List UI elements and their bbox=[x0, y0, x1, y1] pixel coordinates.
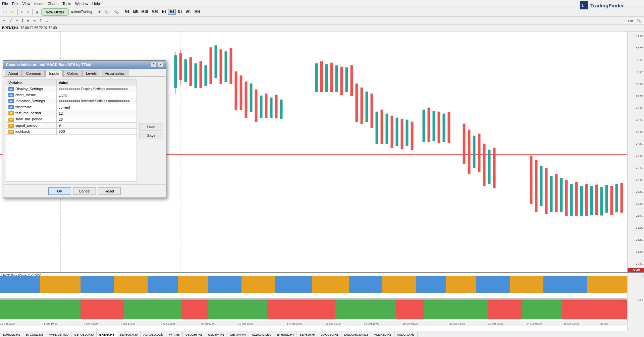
dialog-close-btn[interactable]: × bbox=[158, 62, 163, 67]
redo-btn[interactable]: ↪ bbox=[25, 8, 31, 16]
tf-m15[interactable]: M15 bbox=[140, 9, 150, 15]
tab-sp500-m30[interactable]: S&P500,M30 bbox=[117, 331, 141, 337]
menu-view[interactable]: View bbox=[22, 2, 31, 6]
price-7800: 78.00 bbox=[636, 130, 643, 134]
cancel-button[interactable]: Cancel bbox=[73, 187, 96, 195]
macd-zero-val: 0.00 bbox=[638, 298, 643, 301]
tab-about[interactable]: About bbox=[5, 70, 22, 76]
hline-tool[interactable]: ─ bbox=[14, 17, 20, 24]
period-separator[interactable]: Per bbox=[627, 17, 635, 24]
rect-tool[interactable]: □ bbox=[44, 17, 50, 24]
reset-button[interactable]: Reset bbox=[98, 187, 121, 195]
save-button[interactable]: Save bbox=[140, 132, 163, 139]
menu-bar: File Edit View Insert Charts Tools Windo… bbox=[0, 0, 644, 7]
tab-adausd[interactable]: ADAUSD,Daily bbox=[141, 331, 166, 337]
svg-rect-16 bbox=[225, 52, 227, 82]
crosshair-btn[interactable]: ✛ bbox=[96, 8, 102, 16]
price-8000: 80.00 bbox=[636, 82, 643, 86]
tab-dowjones[interactable]: DowJones30,M15 bbox=[341, 331, 371, 337]
menu-tools[interactable]: Tools bbox=[62, 2, 71, 6]
menu-file[interactable]: File bbox=[2, 2, 8, 6]
load-button[interactable]: Load bbox=[140, 123, 163, 130]
tab-audnzd[interactable]: AUDNZD,H1 bbox=[371, 331, 394, 337]
new-chart-btn[interactable]: 📄 bbox=[1, 8, 9, 16]
val-indicator-settings[interactable]: =========== Indicator Settings =========… bbox=[57, 98, 137, 104]
table-row[interactable]: ab Display_Settings =========== Display … bbox=[6, 86, 137, 92]
tf-d1[interactable]: D1 bbox=[176, 9, 184, 15]
tab-sp500-h4[interactable]: S&P500,H4 bbox=[297, 331, 318, 337]
val-slow-ma[interactable]: 26 bbox=[57, 116, 137, 122]
tab-visualization[interactable]: Visualization bbox=[101, 70, 129, 76]
tab-gbpjpy[interactable]: GBPJPY,H4 bbox=[227, 331, 249, 337]
menu-edit[interactable]: Edit bbox=[12, 2, 18, 6]
val-fast-ma[interactable]: 12 bbox=[57, 110, 137, 116]
autotrading-btn[interactable]: ▶ AutoTrading bbox=[70, 8, 94, 16]
table-row[interactable]: ab timeframe current bbox=[6, 104, 137, 110]
table-row[interactable]: 26 slow_ma_period 26 bbox=[6, 116, 137, 122]
tab-gbpusd[interactable]: GBPUSD,M30 bbox=[71, 331, 97, 337]
svg-rect-37 bbox=[361, 88, 363, 124]
menu-window[interactable]: Window bbox=[75, 2, 88, 6]
vline-tool[interactable]: | bbox=[20, 17, 25, 24]
tab-btcusd[interactable]: BTCUSD,M5 bbox=[23, 331, 46, 337]
tab-nzdcad[interactable]: NZDCAD,M30 bbox=[249, 331, 274, 337]
tab-brent[interactable]: BRENT,H4 bbox=[97, 331, 117, 337]
zoom-in-btn[interactable]: 🔍+ bbox=[103, 8, 112, 16]
menu-help[interactable]: Help bbox=[92, 2, 100, 6]
custom-indicator-dialog: Custom Indicator - mtf MACD Bars MT4 by … bbox=[3, 60, 166, 198]
logo-icon: L bbox=[580, 1, 588, 9]
date-8: 15 Oct 11:00 bbox=[325, 322, 341, 325]
val-signal[interactable]: 9 bbox=[57, 122, 137, 128]
dialog-help-btn[interactable]: ? bbox=[151, 62, 156, 67]
date-15: 29 Oct bbox=[600, 322, 608, 325]
table-row[interactable]: 12 fast_ma_period 12 bbox=[6, 110, 137, 116]
new-order-button[interactable]: New Order bbox=[43, 8, 67, 16]
val-display-settings[interactable]: =========== Display Settings =========== bbox=[57, 86, 137, 92]
tf-w1[interactable]: W1 bbox=[184, 9, 193, 15]
channel-tool[interactable]: ≡ bbox=[25, 17, 31, 24]
tab-aapl[interactable]: AAPL,US,M30 bbox=[46, 331, 71, 337]
arrow-tool[interactable]: ↖ bbox=[1, 17, 7, 24]
table-row[interactable]: ab Indicator_Settings =========== Indica… bbox=[6, 98, 137, 104]
dialog-content: Variable Value ab Display_Settings =====… bbox=[3, 77, 166, 184]
zoom-out-btn[interactable]: 🔍- bbox=[112, 8, 121, 16]
svg-rect-93 bbox=[446, 276, 476, 293]
tf-m30[interactable]: M30 bbox=[150, 9, 160, 15]
table-row[interactable]: ab chart_theme Light bbox=[6, 92, 137, 98]
table-row[interactable]: 500 lookback 500 bbox=[6, 128, 137, 134]
tf-m5[interactable]: M5 bbox=[131, 9, 140, 15]
svg-rect-30 bbox=[325, 64, 328, 92]
date-3: 4 Oct 11:00 bbox=[121, 322, 135, 325]
tab-colors[interactable]: Colors bbox=[63, 70, 82, 76]
val-chart-theme[interactable]: Light bbox=[57, 92, 137, 98]
ok-button[interactable]: OK bbox=[48, 187, 71, 195]
zoom-ctrl[interactable]: 🔍 bbox=[635, 17, 643, 24]
tf-h1[interactable]: H1 bbox=[160, 9, 168, 15]
svg-rect-10 bbox=[195, 64, 197, 88]
tab-usdchf[interactable]: USDCHF,H1 bbox=[183, 331, 206, 337]
menu-insert[interactable]: Insert bbox=[34, 2, 44, 6]
open-btn[interactable]: 📁 bbox=[9, 8, 16, 16]
fib-tool[interactable]: ∿ bbox=[32, 17, 38, 24]
tab-wti[interactable]: WTI,M5 bbox=[166, 331, 183, 337]
tf-mn[interactable]: MN bbox=[193, 9, 202, 15]
val-timeframe[interactable]: current bbox=[57, 104, 137, 110]
tab-levels[interactable]: Levels bbox=[82, 70, 100, 76]
undo-btn[interactable]: ↩ bbox=[19, 8, 25, 16]
tab-usdjpy[interactable]: USDJPY,H1 bbox=[205, 331, 227, 337]
var-lookback: 500 lookback bbox=[6, 128, 57, 134]
tf-m1[interactable]: M1 bbox=[123, 9, 131, 15]
menu-charts[interactable]: Charts bbox=[48, 2, 58, 6]
print-btn[interactable]: 🖨 bbox=[34, 8, 40, 16]
tab-inputs[interactable]: Inputs bbox=[45, 70, 63, 77]
tab-common[interactable]: Common bbox=[22, 70, 45, 76]
tab-xauusd[interactable]: XAUUSD,H1 bbox=[318, 331, 341, 337]
tf-h4[interactable]: H4 bbox=[168, 9, 176, 15]
tab-ethusd[interactable]: ETHUSD,H4 bbox=[274, 331, 297, 337]
text-tool[interactable]: T bbox=[38, 17, 44, 24]
line-tool[interactable]: ╱ bbox=[8, 17, 13, 24]
tab-eurusd[interactable]: EURUSD,H1 bbox=[0, 331, 23, 337]
val-lookback[interactable]: 500 bbox=[57, 128, 137, 134]
tab-audcad[interactable]: AUDCAD,H1 bbox=[394, 331, 418, 337]
table-row[interactable]: 9 signal_period 9 bbox=[6, 122, 137, 128]
